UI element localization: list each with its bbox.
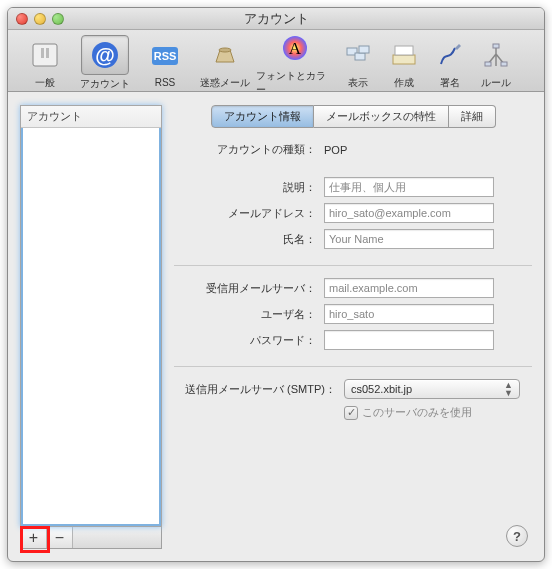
- list-controls-spacer: [73, 527, 161, 548]
- password-label: パスワード：: [174, 333, 324, 348]
- signature-icon: [433, 38, 467, 72]
- toolbar-label: 表示: [348, 76, 368, 90]
- account-details-pane: アカウント情報 メールボックスの特性 詳細 アカウントの種類： POP 説明： …: [174, 105, 532, 549]
- toolbar-label: ルール: [481, 76, 511, 90]
- tab-mailbox-behaviors[interactable]: メールボックスの特性: [314, 105, 449, 128]
- fullname-input[interactable]: [324, 229, 494, 249]
- svg-rect-14: [395, 46, 413, 55]
- svg-text:@: @: [95, 44, 115, 66]
- minus-icon: −: [55, 529, 64, 547]
- tab-advanced[interactable]: 詳細: [449, 105, 496, 128]
- accounts-list[interactable]: アカウント: [20, 105, 162, 527]
- tab-account-info[interactable]: アカウント情報: [211, 105, 314, 128]
- svg-point-7: [219, 48, 231, 52]
- toolbar-general[interactable]: 一般: [16, 36, 74, 90]
- toolbar-accounts[interactable]: @ アカウント: [76, 35, 134, 91]
- toolbar-fonts[interactable]: A フォントとカラー: [256, 29, 334, 97]
- checkbox-icon: ✓: [344, 406, 358, 420]
- svg-rect-11: [355, 53, 365, 60]
- toolbar-label: 迷惑メール: [200, 76, 250, 90]
- svg-rect-15: [493, 44, 499, 48]
- window-title: アカウント: [8, 10, 544, 28]
- preferences-toolbar: 一般 @ アカウント RSS RSS 迷惑メール A フォントとカラー: [8, 30, 544, 92]
- account-tabs: アカウント情報 メールボックスの特性 詳細: [174, 105, 532, 128]
- svg-rect-12: [359, 46, 369, 53]
- list-controls: + −: [20, 527, 162, 549]
- rss-icon: RSS: [148, 39, 182, 73]
- smtp-label: 送信用メールサーバ (SMTP)：: [174, 382, 344, 397]
- svg-rect-13: [393, 55, 415, 64]
- add-account-button[interactable]: +: [21, 527, 47, 548]
- svg-rect-17: [501, 62, 507, 66]
- username-label: ユーザ名：: [174, 307, 324, 322]
- description-label: 説明：: [174, 180, 324, 195]
- help-icon: ?: [513, 529, 521, 544]
- rules-icon: [479, 38, 513, 72]
- toolbar-rules[interactable]: ルール: [474, 36, 518, 90]
- composing-icon: [387, 38, 421, 72]
- svg-rect-1: [41, 48, 44, 58]
- accounts-list-header: アカウント: [21, 106, 161, 128]
- help-button[interactable]: ?: [506, 525, 528, 547]
- only-this-server-label: このサーバのみを使用: [362, 405, 472, 420]
- toolbar-label: 一般: [35, 76, 55, 90]
- accounts-sidebar: アカウント + −: [20, 105, 162, 549]
- preferences-window: アカウント 一般 @ アカウント RSS RSS 迷惑メール: [7, 7, 545, 562]
- content-area: アカウント + − アカウント情報 メールボックスの特性 詳細 アカウントの種類…: [8, 93, 544, 561]
- svg-rect-0: [33, 44, 57, 66]
- password-input[interactable]: [324, 330, 494, 350]
- toolbar-label: 署名: [440, 76, 460, 90]
- general-icon: [28, 38, 62, 72]
- titlebar: アカウント: [8, 8, 544, 30]
- divider: [174, 366, 532, 367]
- email-input[interactable]: [324, 203, 494, 223]
- fullname-label: 氏名：: [174, 232, 324, 247]
- plus-icon: +: [29, 529, 38, 547]
- toolbar-junk[interactable]: 迷惑メール: [196, 36, 254, 90]
- username-input[interactable]: [324, 304, 494, 324]
- account-type-value: POP: [324, 144, 532, 156]
- fonts-icon: A: [278, 31, 312, 65]
- only-this-server-checkbox[interactable]: ✓ このサーバのみを使用: [344, 405, 472, 420]
- viewing-icon: [341, 38, 375, 72]
- incoming-server-input[interactable]: [324, 278, 494, 298]
- svg-text:RSS: RSS: [154, 50, 177, 62]
- at-icon: @: [88, 38, 122, 72]
- account-type-label: アカウントの種類：: [174, 142, 324, 157]
- divider: [174, 265, 532, 266]
- toolbar-label: 作成: [394, 76, 414, 90]
- toolbar-label: RSS: [155, 77, 176, 88]
- toolbar-composing[interactable]: 作成: [382, 36, 426, 90]
- junk-icon: [208, 38, 242, 72]
- description-input[interactable]: [324, 177, 494, 197]
- smtp-server-value: cs052.xbit.jp: [351, 383, 412, 395]
- email-label: メールアドレス：: [174, 206, 324, 221]
- chevron-updown-icon: ▲▼: [504, 381, 513, 397]
- toolbar-signatures[interactable]: 署名: [428, 36, 472, 90]
- remove-account-button[interactable]: −: [47, 527, 73, 548]
- toolbar-viewing[interactable]: 表示: [336, 36, 380, 90]
- toolbar-rss[interactable]: RSS RSS: [136, 37, 194, 88]
- svg-text:A: A: [289, 39, 302, 58]
- svg-rect-16: [485, 62, 491, 66]
- svg-rect-2: [46, 48, 49, 58]
- smtp-server-select[interactable]: cs052.xbit.jp ▲▼: [344, 379, 520, 399]
- incoming-server-label: 受信用メールサーバ：: [174, 281, 324, 296]
- toolbar-label: アカウント: [80, 77, 130, 91]
